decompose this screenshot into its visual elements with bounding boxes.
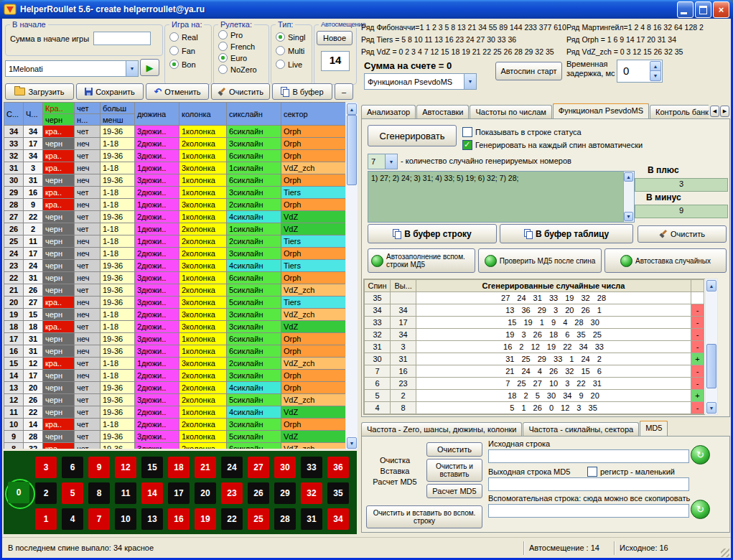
scroll-down-icon[interactable]: ▼ — [347, 437, 357, 449]
history-row[interactable]: 1417черннеч1-182дюжи..2колонка3сиклайнOr… — [4, 370, 346, 382]
board-number-10[interactable]: 10 — [115, 508, 136, 530]
scroll-up-icon[interactable]: ▲ — [706, 280, 716, 291]
generated-row[interactable]: 331715 19 1 9 4 28 30- — [365, 317, 704, 329]
generator-clear-button[interactable]: Очистить — [638, 225, 727, 243]
board-number-15[interactable]: 15 — [141, 457, 163, 478]
checkbox-status-box[interactable] — [462, 127, 472, 137]
board-number-19[interactable]: 19 — [195, 508, 216, 530]
board-number-18[interactable]: 18 — [168, 457, 190, 478]
history-row[interactable]: 2417черннеч1-182дюжи..2колонка3сиклайнOr… — [4, 248, 346, 260]
toolbar-clear-button[interactable]: Очистить — [211, 83, 270, 100]
generated-row[interactable]: 5218 2 5 30 34 9 20+ — [365, 390, 704, 402]
history-row[interactable]: 262чернчет1-181дюжи..2колонка1сиклайнVdZ — [4, 223, 346, 235]
chevron-down-icon[interactable]: ▼ — [385, 154, 397, 169]
scroll-up-icon[interactable]: ▲ — [624, 172, 633, 182]
toolbar-undo-button[interactable]: ↶Отменить — [146, 83, 209, 100]
history-row[interactable]: 3234кра..чет19-363дюжи..1колонка6сиклайн… — [4, 150, 346, 162]
radio-option-multi[interactable]: Multi — [276, 46, 307, 55]
history-row[interactable]: 2126чернчет19-363дюжи..2колонка5сиклайнV… — [4, 284, 346, 297]
preset-select[interactable]: 1Melonati ▼ — [5, 60, 139, 77]
board-number-9[interactable]: 9 — [88, 457, 110, 478]
generated-row[interactable]: 6237 25 27 10 3 22 31- — [365, 378, 704, 390]
history-row[interactable]: 313кра..неч1-181дюжи..3колонка1сиклайнVd… — [4, 162, 346, 174]
history-row[interactable]: 3434кра..чет19-363дюжи..1колонка6сиклайн… — [4, 126, 346, 138]
history-row[interactable]: 1818кра..чет1-182дюжи..3колонка3сиклайнV… — [4, 321, 346, 333]
board-number-21[interactable]: 21 — [195, 457, 216, 478]
board-number-22[interactable]: 22 — [221, 508, 243, 530]
scrollbar-thumb[interactable] — [347, 115, 357, 185]
history-row[interactable]: 1014кра..чет1-182дюжи..2колонка3сиклайнO… — [4, 419, 346, 431]
radio-option-pro[interactable]: Pro — [218, 30, 264, 39]
radio-option-nozero[interactable]: NoZero — [218, 65, 264, 74]
main-tab-2[interactable]: Частоты по числам — [470, 105, 551, 118]
generated-row[interactable]: 485 1 26 0 12 3 35- — [365, 402, 704, 414]
board-number-8[interactable]: 8 — [88, 482, 110, 504]
tabs-scroll-right-button[interactable]: ▶ — [720, 106, 729, 117]
radio-option-euro[interactable]: Euro — [218, 53, 264, 62]
radio-option-french[interactable]: French — [218, 42, 264, 51]
buffer-row-button[interactable]: В буфер строку — [368, 224, 497, 243]
board-number-32[interactable]: 32 — [301, 482, 322, 504]
generated-table-scrollbar[interactable]: ▲ ▼ — [705, 279, 718, 415]
md5-clear-paste-button[interactable]: Очистить и вставить — [426, 459, 482, 482]
board-number-36[interactable]: 36 — [327, 457, 349, 478]
autobet-button[interactable]: Автоставка случайных — [604, 248, 727, 273]
minimize-button[interactable] — [677, 1, 694, 18]
autofill-md5-button[interactable]: Автозаполнение вспом. строки МД5 — [368, 248, 475, 273]
main-tab-1[interactable]: Автоставки — [416, 105, 469, 118]
board-number-4[interactable]: 4 — [62, 508, 83, 530]
history-row[interactable]: 2231черннеч19-363дюжи..1колонка6сиклайнO… — [4, 272, 346, 284]
history-row[interactable]: 1122чернчет19-362дюжи..1колонка4сиклайнV… — [4, 406, 346, 419]
board-number-34[interactable]: 34 — [327, 508, 349, 530]
board-number-1[interactable]: 1 — [35, 508, 57, 530]
md5-case-checkbox-box[interactable] — [587, 467, 597, 477]
generate-button[interactable]: Сгенерировать — [368, 125, 457, 146]
generated-numbers-area[interactable]: 1) 27; 2) 24; 3) 31; 4) 33; 5) 19; 6) 32… — [368, 171, 635, 223]
resize-grip[interactable] — [721, 549, 729, 557]
freq-tab-1[interactable]: Частота - сиклайны, сектора — [523, 422, 639, 436]
count-select[interactable]: 7 ▼ — [368, 154, 398, 169]
scrollbar-thumb[interactable] — [706, 344, 716, 388]
history-row[interactable]: 2324чернчет19-362дюжи..3колонка4сиклайнT… — [4, 260, 346, 272]
autoshift-new-button[interactable]: Новое — [317, 31, 353, 45]
md5-output-input[interactable] — [488, 477, 689, 491]
chevron-down-icon[interactable]: ▼ — [464, 74, 476, 89]
history-row[interactable]: 3031черннеч19-363дюжи..1колонка6сиклайнO… — [4, 174, 346, 187]
start-sum-input[interactable] — [93, 32, 151, 45]
checkbox-status[interactable]: Показывать в строке статуса — [462, 127, 582, 137]
history-row[interactable]: 1512кра..чет1-181дюжи..3колонка2сиклайнV… — [4, 358, 346, 370]
board-number-25[interactable]: 25 — [248, 508, 269, 530]
history-row[interactable]: 1731черннеч19-363дюжи..1колонка6сиклайнO… — [4, 333, 346, 345]
scroll-down-icon[interactable]: ▼ — [706, 402, 716, 414]
board-number-3[interactable]: 3 — [35, 457, 57, 478]
toolbar-load-button[interactable]: Загрузить — [5, 83, 74, 100]
board-number-0[interactable]: 0 — [8, 482, 29, 503]
generated-row[interactable]: 343413 36 29 3 20 26 1- — [365, 304, 704, 317]
board-number-11[interactable]: 11 — [115, 482, 136, 504]
play-button[interactable]: ▶ — [140, 59, 159, 76]
radio-option-fan[interactable]: Fan — [169, 46, 207, 55]
generated-row[interactable]: 71621 24 4 26 32 15 6- — [365, 365, 704, 378]
generated-row[interactable]: 31316 2 12 19 22 34 33- — [365, 341, 704, 353]
md5-calc-button[interactable]: Расчет MD5 — [426, 484, 482, 498]
scroll-down-icon[interactable]: ▼ — [624, 212, 633, 221]
board-number-2[interactable]: 2 — [35, 482, 57, 504]
board-number-24[interactable]: 24 — [221, 457, 243, 478]
board-number-17[interactable]: 17 — [168, 482, 190, 504]
generated-row[interactable]: 323419 3 26 18 6 35 25- — [365, 329, 704, 341]
history-row[interactable]: 2027кра..неч19-363дюжи..3колонка5сиклайн… — [4, 297, 346, 309]
history-row[interactable]: 1915черннеч1-182дюжи..3колонка3сиклайнVd… — [4, 309, 346, 321]
board-number-13[interactable]: 13 — [141, 508, 163, 530]
board-number-6[interactable]: 6 — [62, 457, 83, 478]
board-number-14[interactable]: 14 — [141, 482, 163, 504]
toolbar-save-button[interactable]: Сохранить — [76, 83, 144, 100]
checkbox-auto[interactable]: Генерировать на каждый спин автоматическ… — [462, 140, 643, 150]
history-row[interactable]: 3317черннеч1-182дюжи..2колонка3сиклайнOr… — [4, 138, 346, 150]
board-number-29[interactable]: 29 — [274, 482, 296, 504]
md5-aux-input[interactable] — [488, 504, 689, 518]
history-scrollbar[interactable]: ▲ ▼ — [345, 102, 358, 450]
history-row[interactable]: 832кра..чет19-363дюжи..2колонка6сиклайнV… — [4, 443, 346, 449]
md5-source-input[interactable] — [488, 449, 689, 463]
board-number-23[interactable]: 23 — [221, 482, 243, 504]
buffer-table-button[interactable]: В буфер таблицу — [500, 224, 633, 243]
